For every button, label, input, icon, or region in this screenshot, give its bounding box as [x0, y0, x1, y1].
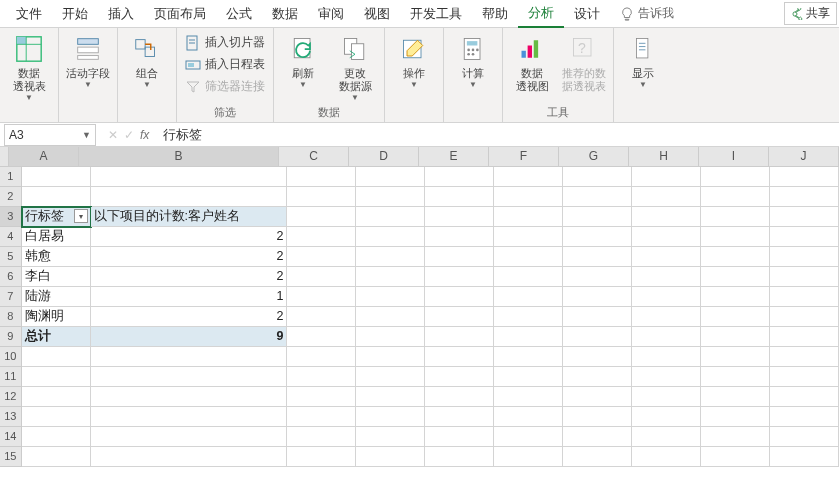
row-header[interactable]: 10 — [0, 347, 22, 367]
cell[interactable] — [425, 307, 494, 327]
column-header-G[interactable]: G — [559, 147, 629, 167]
recommend-pivot-button[interactable]: ? 推荐的数 据透视表 — [559, 30, 609, 96]
cell[interactable] — [563, 387, 632, 407]
pivotchart-button[interactable]: 数据 透视图 — [507, 30, 557, 96]
cell[interactable] — [770, 387, 839, 407]
formula-input[interactable] — [157, 127, 839, 142]
cell[interactable] — [287, 267, 356, 287]
cell[interactable] — [563, 327, 632, 347]
cell[interactable] — [425, 207, 494, 227]
cell[interactable] — [287, 427, 356, 447]
cell[interactable] — [356, 187, 425, 207]
cell[interactable] — [425, 247, 494, 267]
group-button[interactable]: 组合 ▼ — [122, 30, 172, 91]
cell[interactable] — [494, 227, 563, 247]
cell[interactable] — [563, 167, 632, 187]
cell[interactable] — [770, 327, 839, 347]
cell[interactable] — [632, 247, 701, 267]
row-header[interactable]: 1 — [0, 167, 22, 187]
cell[interactable] — [563, 267, 632, 287]
pivot-total-value[interactable]: 9 — [91, 327, 288, 347]
refresh-button[interactable]: 刷新 ▼ — [278, 30, 328, 91]
cell[interactable] — [701, 307, 770, 327]
pivot-row-value[interactable]: 2 — [91, 227, 288, 247]
cell[interactable] — [91, 447, 288, 467]
cell[interactable] — [701, 247, 770, 267]
cell[interactable] — [425, 227, 494, 247]
cell[interactable] — [632, 427, 701, 447]
cell[interactable] — [91, 387, 288, 407]
tab-data[interactable]: 数据 — [262, 1, 308, 27]
cell[interactable] — [356, 347, 425, 367]
cell[interactable] — [770, 247, 839, 267]
cell[interactable] — [770, 347, 839, 367]
cell[interactable] — [701, 227, 770, 247]
cell[interactable] — [770, 187, 839, 207]
cancel-icon[interactable]: ✕ — [108, 128, 118, 142]
cell[interactable] — [770, 367, 839, 387]
cell[interactable] — [563, 347, 632, 367]
cell[interactable] — [632, 327, 701, 347]
cell[interactable] — [22, 187, 91, 207]
cell[interactable] — [287, 207, 356, 227]
column-header-E[interactable]: E — [419, 147, 489, 167]
cell[interactable] — [494, 167, 563, 187]
row-header[interactable]: 15 — [0, 447, 22, 467]
cell[interactable] — [701, 327, 770, 347]
pivot-row-label[interactable]: 白居易 — [22, 227, 91, 247]
cell[interactable] — [22, 367, 91, 387]
cell[interactable] — [22, 387, 91, 407]
select-all-corner[interactable] — [0, 147, 9, 167]
cell[interactable] — [563, 407, 632, 427]
cell[interactable] — [494, 247, 563, 267]
cell[interactable] — [91, 347, 288, 367]
cell[interactable] — [701, 407, 770, 427]
insert-timeline-button[interactable]: 插入日程表 — [181, 54, 269, 75]
cell[interactable] — [356, 167, 425, 187]
cell[interactable] — [632, 367, 701, 387]
cell[interactable] — [632, 287, 701, 307]
cell[interactable] — [770, 167, 839, 187]
cell[interactable] — [287, 367, 356, 387]
cell[interactable] — [356, 287, 425, 307]
column-header-C[interactable]: C — [279, 147, 349, 167]
cell[interactable] — [770, 287, 839, 307]
tell-me-search[interactable]: 告诉我 — [620, 5, 674, 22]
row-header[interactable]: 5 — [0, 247, 22, 267]
cell[interactable] — [770, 267, 839, 287]
cell[interactable] — [425, 387, 494, 407]
tab-design[interactable]: 设计 — [564, 1, 610, 27]
cell[interactable] — [494, 207, 563, 227]
pivot-row-value[interactable]: 2 — [91, 247, 288, 267]
fx-icon[interactable]: fx — [140, 128, 149, 142]
pivot-total-label[interactable]: 总计 — [22, 327, 91, 347]
cell[interactable] — [770, 307, 839, 327]
cell[interactable] — [632, 447, 701, 467]
tab-view[interactable]: 视图 — [354, 1, 400, 27]
column-header-A[interactable]: A — [9, 147, 79, 167]
cell[interactable] — [425, 447, 494, 467]
insert-slicer-button[interactable]: 插入切片器 — [181, 32, 269, 53]
row-header[interactable]: 9 — [0, 327, 22, 347]
cell[interactable] — [494, 287, 563, 307]
cell[interactable] — [91, 407, 288, 427]
calc-button[interactable]: 计算 ▼ — [448, 30, 498, 91]
activefield-button[interactable]: 活动字段 ▼ — [63, 30, 113, 91]
cell[interactable] — [494, 347, 563, 367]
cell[interactable] — [494, 307, 563, 327]
cell[interactable] — [356, 407, 425, 427]
cell[interactable] — [701, 427, 770, 447]
cell[interactable] — [770, 407, 839, 427]
column-header-F[interactable]: F — [489, 147, 559, 167]
pivot-row-value[interactable]: 2 — [91, 267, 288, 287]
pivot-row-label-header[interactable]: 行标签▾ — [22, 207, 91, 227]
cell[interactable] — [563, 367, 632, 387]
cell[interactable] — [770, 207, 839, 227]
cell[interactable] — [287, 167, 356, 187]
cell[interactable] — [22, 347, 91, 367]
tab-insert[interactable]: 插入 — [98, 1, 144, 27]
cell[interactable] — [563, 207, 632, 227]
cell[interactable] — [22, 427, 91, 447]
row-header[interactable]: 12 — [0, 387, 22, 407]
column-header-J[interactable]: J — [769, 147, 839, 167]
